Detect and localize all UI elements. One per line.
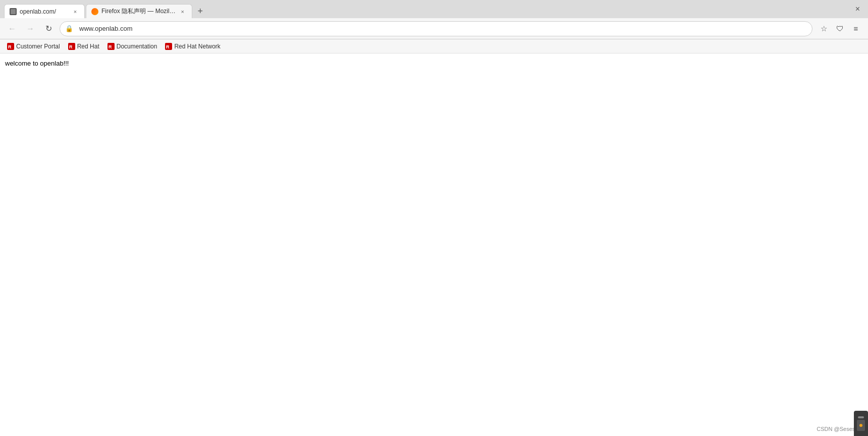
usb-body — [857, 420, 865, 431]
page-welcome-text: welcome to openlab!!! — [5, 60, 863, 67]
page-content: welcome to openlab!!! — [0, 53, 868, 436]
window-close-button[interactable]: × — [851, 3, 864, 16]
refresh-button[interactable]: ↻ — [41, 22, 56, 36]
usb-connector-top — [858, 416, 864, 418]
svg-rect-0 — [11, 9, 16, 14]
bookmark-red-hat-network[interactable]: R Red Hat Network — [162, 42, 223, 51]
red-hat-network-favicon: R — [165, 43, 172, 50]
toolbar: ← → ↻ 🔒 ☆ 🛡 ≡ — [0, 18, 868, 39]
bookmark-customer-portal-label: Customer Portal — [16, 43, 60, 50]
tab-firefox-close[interactable]: × — [179, 8, 187, 16]
browser-window: openlab.com/ × Firefox 隐私声明 — Mozil… × +… — [0, 0, 868, 436]
tab-openlab[interactable]: openlab.com/ × — [4, 4, 85, 18]
tab-strip: openlab.com/ × Firefox 隐私声明 — Mozil… × + — [4, 0, 849, 18]
title-bar: openlab.com/ × Firefox 隐私声明 — Mozil… × +… — [0, 0, 868, 18]
bookmark-documentation-label: Documentation — [117, 43, 157, 50]
svg-text:R: R — [166, 44, 170, 49]
tab-openlab-close[interactable]: × — [71, 8, 79, 16]
bookmarks-bar: R Customer Portal R Red Hat R Documentat… — [0, 39, 868, 53]
svg-text:R: R — [108, 44, 112, 49]
bookmark-red-hat-network-label: Red Hat Network — [174, 43, 220, 50]
tab-favicon-firefox — [91, 8, 98, 15]
tab-openlab-label: openlab.com/ — [20, 8, 68, 15]
tab-firefox-privacy[interactable]: Firefox 隐私声明 — Mozil… × — [86, 4, 192, 18]
shield-icon: 🔒 — [65, 25, 73, 32]
tab-firefox-label: Firefox 隐私声明 — Mozil… — [101, 7, 176, 16]
bookmark-star-button[interactable]: ☆ — [817, 22, 831, 36]
bookmark-customer-portal[interactable]: R Customer Portal — [4, 42, 63, 51]
documentation-favicon: R — [107, 43, 115, 50]
bookmark-red-hat[interactable]: R Red Hat — [65, 42, 102, 51]
customer-portal-favicon: R — [7, 43, 14, 50]
toolbar-actions: ☆ 🛡 ≡ — [817, 22, 863, 36]
tab-favicon-openlab — [10, 8, 17, 15]
address-bar[interactable]: 🔒 — [60, 21, 812, 36]
svg-text:R: R — [8, 44, 12, 49]
add-tab-button[interactable]: + — [193, 4, 207, 18]
svg-text:R: R — [69, 44, 73, 49]
red-hat-favicon: R — [68, 43, 75, 50]
forward-button[interactable]: → — [23, 22, 37, 36]
address-input[interactable] — [79, 25, 807, 32]
bookmark-red-hat-label: Red Hat — [77, 43, 99, 50]
back-button[interactable]: ← — [5, 22, 19, 36]
usb-device-indicator — [854, 411, 868, 436]
bookmark-documentation[interactable]: R Documentation — [104, 42, 160, 51]
pocket-button[interactable]: 🛡 — [833, 22, 847, 36]
menu-button[interactable]: ≡ — [849, 22, 863, 36]
usb-led-indicator — [859, 424, 862, 427]
